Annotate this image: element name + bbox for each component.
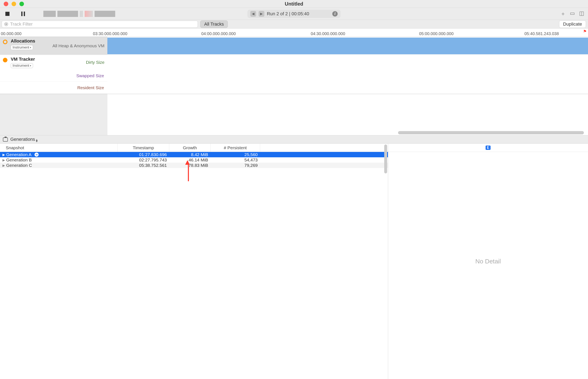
detail-split: Snapshot Timestamp Growth # Persistent ▶… <box>0 144 588 379</box>
disclosure-icon[interactable]: ▶ <box>2 153 5 157</box>
ruler-tick: 03:30.000.000.000 <box>93 31 127 36</box>
track-name: VM Tracker <box>11 57 83 62</box>
snapshot-icon <box>3 138 8 142</box>
window-minimize-button[interactable] <box>12 2 16 6</box>
table-row[interactable]: ▶Generation C 05:38.752.561 78.83 MiB 79… <box>0 163 388 168</box>
track-sublabel: All Heap & Anonymous VM <box>52 43 104 48</box>
column-persistent[interactable]: # Persistent <box>211 144 260 152</box>
filter-icon <box>4 22 8 26</box>
table-row[interactable]: ▶Generation A➔ 01:27.830.696 8.42 MiB 25… <box>0 152 388 157</box>
horizontal-scrollbar[interactable] <box>398 131 584 134</box>
disclosure-icon[interactable]: ▶ <box>2 158 5 162</box>
subtrack-label-resident: Resident Size <box>0 82 107 94</box>
vm-tracker-graph[interactable] <box>107 55 588 94</box>
no-detail-label: No Detail <box>475 258 501 265</box>
column-snapshot[interactable]: Snapshot <box>0 144 118 152</box>
table-row[interactable]: ▶Generation B 02:27.795.743 46.14 MiB 54… <box>0 157 388 163</box>
stop-button[interactable] <box>4 10 11 17</box>
run-selector: ◀ ▶ Run 2 of 2 | 00:05:40 i <box>247 10 340 18</box>
pause-button[interactable] <box>19 10 27 17</box>
track-filter-input[interactable]: Track Filter <box>2 21 198 28</box>
allocations-graph[interactable] <box>107 37 588 55</box>
next-run-button[interactable]: ▶ <box>258 11 264 17</box>
allocations-icon <box>3 40 7 44</box>
end-flag-icon: ⚑ <box>583 29 587 34</box>
timeline-ruler[interactable]: 00.000.000 03:30.000.000.000 04:00.000.0… <box>0 29 588 37</box>
timeline-spacer <box>0 94 588 135</box>
duplicate-button[interactable]: Duplicate <box>559 20 586 28</box>
instrument-selector[interactable]: Instrument▾ <box>11 63 33 68</box>
ruler-tick: 04:00.000.000.000 <box>201 31 236 36</box>
detail-pane: E No Detail <box>388 144 588 379</box>
view-button[interactable]: ▭ <box>570 10 575 17</box>
tracks-area: Allocations Instrument▾ All Heap & Anony… <box>0 37 588 94</box>
track-vm-tracker[interactable]: VM Tracker Instrument▾ Dirty Size Swappe… <box>0 55 588 94</box>
ruler-tick: 04:30.000.000.000 <box>311 31 345 36</box>
track-allocations[interactable]: Allocations Instrument▾ All Heap & Anony… <box>0 37 588 55</box>
titlebar: Untitled <box>0 0 588 8</box>
detail-mode-selector[interactable]: Generations▴▾ <box>10 137 38 142</box>
disclosure-icon[interactable]: ▶ <box>2 163 5 167</box>
info-icon[interactable]: i <box>333 11 338 16</box>
run-label: Run 2 of 2 | 00:05:40 <box>267 11 309 16</box>
all-tracks-button[interactable]: All Tracks <box>200 20 228 28</box>
sidebar-toggle-button[interactable]: ◫ <box>579 10 584 17</box>
go-arrow-icon[interactable]: ➔ <box>34 153 39 157</box>
subtrack-label-swapped: Swapped Size <box>0 70 107 82</box>
prev-run-button[interactable]: ◀ <box>250 11 256 17</box>
window-title: Untitled <box>285 1 303 7</box>
pause-icon <box>21 12 25 16</box>
generations-table: Snapshot Timestamp Growth # Persistent ▶… <box>0 144 388 379</box>
stop-icon <box>5 12 10 16</box>
window-maximize-button[interactable] <box>19 2 24 6</box>
ruler-tick: 05:40.581.243.038 <box>524 31 559 36</box>
ruler-tick: 05:00.000.000.000 <box>419 31 454 36</box>
filter-bar: Track Filter All Tracks Duplicate <box>0 20 588 29</box>
annotation-arrow <box>187 160 190 181</box>
instrument-selector[interactable]: Instrument▾ <box>11 45 33 50</box>
column-growth[interactable]: Growth <box>169 144 211 152</box>
column-timestamp[interactable]: Timestamp <box>118 144 169 152</box>
toolbar: ◀ ▶ Run 2 of 2 | 00:05:40 i ＋ ▭ ◫ <box>0 8 588 20</box>
track-name: Allocations <box>11 38 49 44</box>
table-header: Snapshot Timestamp Growth # Persistent <box>0 144 388 152</box>
window-close-button[interactable] <box>4 2 8 6</box>
table-body: ▶Generation A➔ 01:27.830.696 8.42 MiB 25… <box>0 152 388 379</box>
ruler-tick: 00.000.000 <box>1 31 21 36</box>
detail-bar: Generations▴▾ <box>0 135 588 144</box>
vertical-scrollbar[interactable] <box>384 144 387 174</box>
add-button[interactable]: ＋ <box>560 10 566 17</box>
subtrack-label-dirty: Dirty Size <box>86 60 104 65</box>
extended-detail-badge[interactable]: E <box>486 145 491 150</box>
track-filter-placeholder: Track Filter <box>10 21 33 27</box>
vm-tracker-icon <box>3 58 7 62</box>
trace-minimap[interactable] <box>43 11 115 17</box>
